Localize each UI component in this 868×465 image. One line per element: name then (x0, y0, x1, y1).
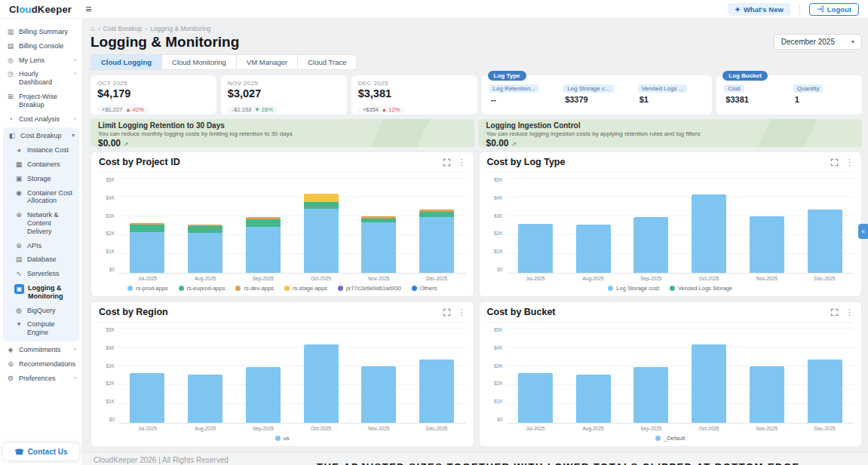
banner-description: You can reduce logging ingestion costs b… (486, 130, 855, 137)
cloudkeeper-logo[interactable]: CloudKeeper (9, 4, 72, 15)
logout-icon (817, 5, 824, 13)
bar-oct-2025[interactable] (692, 179, 726, 273)
tab-cloud-monitoring[interactable]: Cloud Monitoring (162, 54, 237, 70)
legend-item-others[interactable]: Others (412, 285, 437, 292)
sidebar-item-cost-breakup[interactable]: ◧Cost Breakup▾ (5, 129, 78, 143)
bar-aug-2025[interactable] (576, 329, 611, 423)
legend-item-default[interactable]: _Default (655, 435, 685, 442)
legend-item-rs-euprod-apps[interactable]: rs-euprod-apps (179, 285, 225, 292)
sidebar-item-serverless[interactable]: ∿Serverless (5, 267, 78, 281)
bar-oct-2025[interactable] (304, 329, 339, 423)
banner-logging-ingestion-control[interactable]: Logging Ingestion ControlYou can reduce … (479, 119, 863, 147)
legend-item-pr77c2e6e9d61ad930[interactable]: pr77c2e6e9d61ad930 (338, 285, 401, 292)
bar-oct-2025[interactable] (692, 329, 726, 423)
expand-icon[interactable] (443, 308, 451, 317)
sidebar-item-preferences[interactable]: ⚙Preferences› (3, 372, 79, 386)
tab-cloud-logging[interactable]: Cloud Logging (90, 54, 162, 70)
expand-icon[interactable] (830, 308, 839, 317)
bar-nov-2025[interactable] (361, 329, 396, 423)
sidebar-item-bigquery[interactable]: ◍BigQuery (5, 304, 78, 318)
tab-vm-manager[interactable]: VM Manager (237, 54, 298, 70)
bar-aug-2025[interactable] (188, 329, 222, 423)
sidebar-item-billing-console[interactable]: ▤Billing Console (3, 39, 79, 54)
column-header-chip[interactable]: Cost (724, 84, 744, 93)
legend-item-rs-stage-apps[interactable]: rs-stage-apps (284, 285, 327, 292)
bar-segment-us (130, 373, 164, 423)
bar-nov-2025[interactable] (361, 179, 396, 273)
bar-jul-2025[interactable] (130, 179, 164, 273)
bar-sep-2025[interactable] (246, 179, 281, 273)
bar-jul-2025[interactable] (130, 329, 164, 423)
chart-title: Cost by Region (99, 307, 168, 317)
expand-icon[interactable] (443, 158, 451, 167)
kebab-menu-icon[interactable]: ⋮ (845, 158, 854, 167)
sidebar-item-apis[interactable]: ⊛APIs (5, 239, 78, 253)
sidebar-item-logging-monitoring[interactable]: ▣Logging & Monitoring (5, 281, 78, 304)
bar-sep-2025[interactable] (633, 329, 668, 423)
sidebar-item-containers[interactable]: ▦Containers (5, 158, 78, 172)
bar-jul-2025[interactable] (518, 329, 553, 423)
sidebar-item-my-lens[interactable]: ◎My Lens› (3, 54, 79, 68)
chart-legend: us (99, 435, 466, 442)
column-header-chip[interactable]: Vended Logs ... (638, 84, 688, 93)
sidebar-item-network-content-delivery[interactable]: ⊕Network & Content Delivery (5, 208, 78, 238)
column-header-chip[interactable]: Log Retention... (489, 84, 539, 93)
bar-dec-2025[interactable] (419, 329, 454, 423)
legend-item-rs-dev-apps[interactable]: rs-dev-apps (235, 285, 274, 292)
legend-item-rs-prod-apps[interactable]: rs-prod-apps (127, 285, 168, 292)
chart-actions: ⋮ (830, 158, 854, 167)
y-tick: $2K (494, 231, 503, 236)
period-dropdown[interactable]: December 2025 ▾ (774, 34, 862, 50)
sidebar-item-storage[interactable]: ▣Storage (5, 172, 78, 186)
expand-icon[interactable] (830, 158, 839, 167)
bar-jul-2025[interactable] (518, 179, 553, 273)
logout-button[interactable]: Logout (809, 3, 859, 16)
collapse-panel-toggle[interactable]: « (858, 224, 868, 239)
bar-segment-us (188, 375, 222, 424)
tabs: Cloud LoggingCloud MonitoringVM ManagerC… (90, 54, 357, 70)
sidebar-item-commitments[interactable]: ◈Commitments› (3, 343, 79, 357)
x-axis: Jul-2025Aug-2025Sep-2025Oct-2025Nov-2025… (507, 276, 854, 281)
kebab-menu-icon[interactable]: ⋮ (458, 158, 466, 167)
sidebar-item-database[interactable]: ▤Database (5, 252, 78, 267)
sidebar-item-recommendations[interactable]: ⊚Recommendations (3, 357, 79, 372)
legend-item-log-storage-cost[interactable]: Log Storage cost (608, 285, 659, 292)
contact-us-label: Contact Us (28, 448, 68, 456)
column-header-chip[interactable]: Quantity (793, 84, 824, 93)
legend-item-vended-logs-storage[interactable]: Vended Logs Storage (670, 285, 732, 292)
sidebar-item-cost-analysis[interactable]: ◔Cost Analysis› (3, 112, 79, 127)
bar-nov-2025[interactable] (750, 179, 784, 273)
sidebar-item-label: Instance Cost (27, 146, 75, 154)
sidebar-item-billing-summary[interactable]: ▥Billing Summary (3, 25, 79, 39)
breadcrumb-separator: › (145, 26, 147, 32)
sidebar-item-hourly-dashboard[interactable]: ◷Hourly Dashboard› (3, 67, 79, 90)
chart-card-cost-by-bucket: Cost by Bucket⋮$5K$4K$3K$2K$1K$0Jul-2025… (479, 301, 863, 447)
column-header-chip[interactable]: Log Storage c... (563, 84, 613, 93)
kebab-menu-icon[interactable]: ⋮ (458, 307, 466, 317)
legend-item-us[interactable]: us (275, 435, 290, 442)
bar-aug-2025[interactable] (576, 179, 611, 273)
bar-aug-2025[interactable] (188, 179, 222, 273)
sidebar-item-project-wise-breakup[interactable]: ⊞Project-Wise Breakup (3, 90, 79, 112)
hamburger-menu-icon[interactable]: ≡ (85, 4, 91, 14)
y-tick: $2K (106, 381, 115, 386)
banner-limit-logging-retention-to-30-days[interactable]: Limit Logging Retention to 30 DaysYou ca… (90, 119, 474, 147)
sidebar-item-compute-engine[interactable]: ✦Compute Engine (5, 317, 78, 340)
contact-us-button[interactable]: ☎ Contact Us (3, 443, 79, 460)
bar-nov-2025[interactable] (750, 329, 784, 423)
bar-sep-2025[interactable] (246, 329, 281, 423)
bar-dec-2025[interactable] (808, 179, 842, 273)
breadcrumb-cost-breakup[interactable]: Cost Breakup (103, 25, 143, 32)
bar-dec-2025[interactable] (808, 329, 842, 423)
whats-new-button[interactable]: ✦ What's New (728, 3, 790, 16)
tab-cloud-trace[interactable]: Cloud Trace (298, 54, 357, 70)
sidebar-item-container-cost-allocation[interactable]: ◉Container Cost Allocation (5, 186, 78, 209)
y-tick: $1K (494, 399, 503, 404)
bar-sep-2025[interactable] (633, 179, 668, 273)
x-tick: Dec-2025 (408, 426, 466, 431)
sidebar-item-instance-cost[interactable]: ◕Instance Cost (5, 143, 78, 158)
kebab-menu-icon[interactable]: ⋮ (845, 307, 854, 317)
bar-oct-2025[interactable] (304, 179, 339, 273)
bar-dec-2025[interactable] (419, 179, 454, 273)
home-icon[interactable]: ⌂ (90, 25, 95, 32)
